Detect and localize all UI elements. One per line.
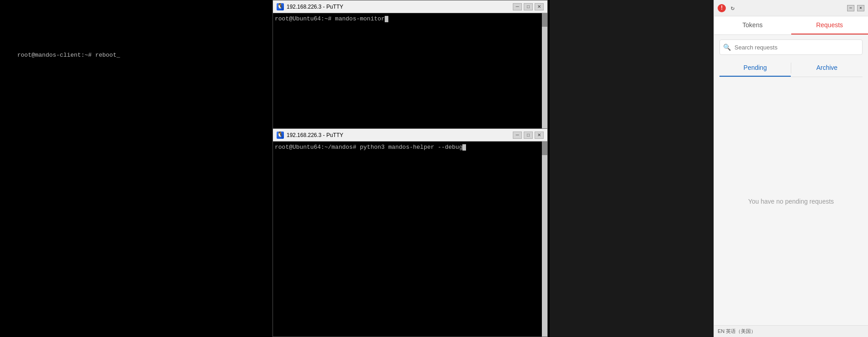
putty-line-1: root@Ubuntu64:~# mandos-monitor xyxy=(275,15,546,23)
search-input[interactable] xyxy=(719,39,863,55)
putty-line-2: root@Ubuntu64:~/mandos# python3 mandos-h… xyxy=(275,143,546,151)
putty-close-1[interactable]: ✕ xyxy=(535,3,544,10)
empty-state: You have no pending requests xyxy=(714,77,868,325)
putty-controls-2: ─ □ ✕ xyxy=(513,132,544,139)
search-icon: 🔍 xyxy=(723,44,731,51)
putty-maximize-1[interactable]: □ xyxy=(524,3,533,10)
putty-titlebar-1: 192.168.226.3 - PuTTY ─ □ ✕ xyxy=(273,0,547,13)
right-panel-titlebar: ! ↻ ─ ✕ xyxy=(714,0,868,16)
tab-tokens[interactable]: Tokens xyxy=(714,16,791,34)
putty-scrollbar-2[interactable] xyxy=(542,142,547,337)
putty-scrollbar-thumb-2[interactable] xyxy=(542,142,547,155)
panel-tabs: Tokens Requests xyxy=(714,16,868,35)
putty-scrollbar-thumb-1[interactable] xyxy=(542,13,547,27)
right-panel: ! ↻ ─ ✕ Tokens Requests 🔍 Pending Archiv… xyxy=(714,0,868,337)
putty-maximize-2[interactable]: □ xyxy=(524,132,533,139)
putty-icon-1 xyxy=(277,3,284,10)
putty-title-1: 192.168.226.3 - PuTTY xyxy=(287,4,513,10)
search-bar: 🔍 xyxy=(719,39,863,55)
putty-window-1: 192.168.226.3 - PuTTY ─ □ ✕ root@Ubuntu6… xyxy=(273,0,548,129)
putty-controls-1: ─ □ ✕ xyxy=(513,3,544,10)
putty-minimize-1[interactable]: ─ xyxy=(513,3,522,10)
panel-minimize[interactable]: ─ xyxy=(847,5,854,11)
putty-icon-2 xyxy=(277,132,284,139)
panel-controls: ─ ✕ xyxy=(847,5,864,11)
putty-scrollbar-1[interactable] xyxy=(542,13,547,129)
sub-tabs: Pending Archive xyxy=(719,59,863,77)
error-icon: ! xyxy=(718,4,726,12)
panel-close[interactable]: ✕ xyxy=(857,5,864,11)
bottom-bar: EN 英语（美国） xyxy=(714,325,868,337)
putty-window-2: 192.168.226.3 - PuTTY ─ □ ✕ root@Ubuntu6… xyxy=(273,128,548,337)
refresh-icon[interactable]: ↻ xyxy=(729,4,737,12)
putty-minimize-2[interactable]: ─ xyxy=(513,132,522,139)
sub-tab-pending[interactable]: Pending xyxy=(719,59,791,77)
terminal-bg-text: root@mandos-client:~# reboot_ xyxy=(17,51,120,59)
putty-content-1: root@Ubuntu64:~# mandos-monitor xyxy=(273,13,547,129)
putty-title-2: 192.168.226.3 - PuTTY xyxy=(287,132,513,138)
putty-close-2[interactable]: ✕ xyxy=(535,132,544,139)
tab-requests[interactable]: Requests xyxy=(791,16,868,34)
putty-content-2: root@Ubuntu64:~/mandos# python3 mandos-h… xyxy=(273,142,547,337)
putty-titlebar-2: 192.168.226.3 - PuTTY ─ □ ✕ xyxy=(273,129,547,142)
sub-tab-archive[interactable]: Archive xyxy=(791,59,863,77)
terminal-bg-line: root@mandos-client:~# reboot_ xyxy=(17,51,120,59)
